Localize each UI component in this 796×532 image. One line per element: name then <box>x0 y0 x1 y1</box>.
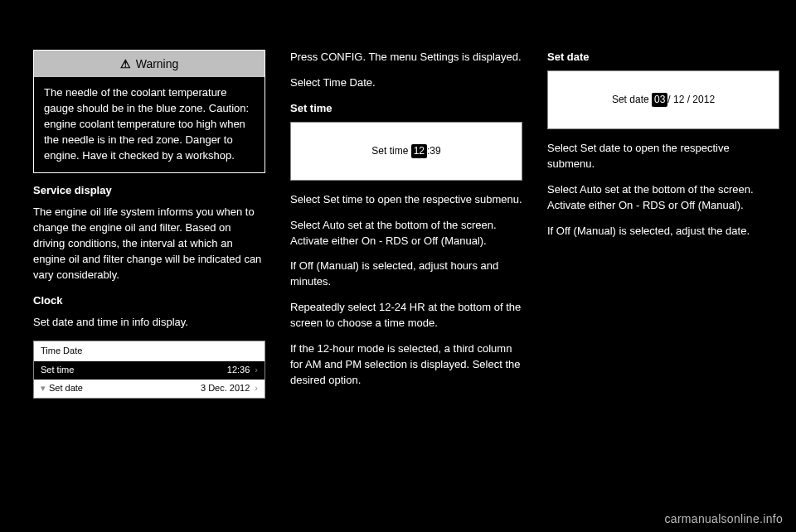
col2-p3: Select Set time to open the respective s… <box>290 192 522 208</box>
set-time-row[interactable]: Set time 12:36› <box>34 361 265 380</box>
warning-header: ⚠Warning <box>34 51 265 77</box>
caret-down-icon: ▾ <box>41 383 46 393</box>
set-time-label: Set time <box>41 364 74 377</box>
manual-page: ⚠Warning The needle of the coolant tempe… <box>0 0 796 532</box>
warning-body: The needle of the coolant temperature ga… <box>34 77 265 172</box>
service-display-text: The engine oil life system informs you w… <box>33 205 265 283</box>
set-date-screen: Set date 03/ 12 / 2012 <box>547 70 779 129</box>
col2-p1: Press CONFIG. The menu Settings is displ… <box>290 50 522 65</box>
col3-p3: If Off (Manual) is selected, adjust the … <box>547 224 779 239</box>
clock-heading: Clock <box>33 293 265 309</box>
chevron-right-icon: › <box>255 383 258 393</box>
set-date-screen-inner: Set date 03/ 12 / 2012 <box>548 71 779 128</box>
col2-p5: If Off (Manual) is selected, adjust hour… <box>290 259 522 290</box>
set-date-label: Set date <box>49 383 83 393</box>
time-date-menu-screen: Time Date Set time 12:36› ▾Set date 3 De… <box>33 341 265 399</box>
set-time-screen-inner: Set time 12:39 <box>291 123 522 180</box>
set-time-subheading: Set time <box>290 101 522 117</box>
set-date-row[interactable]: ▾Set date 3 Dec. 2012› <box>34 380 265 398</box>
time-date-title: Time Date <box>34 341 265 361</box>
chevron-right-icon: › <box>255 365 258 375</box>
col3-p1: Select Set date to open the respective s… <box>547 141 779 172</box>
column-3: Set date Set date 03/ 12 / 2012 Select S… <box>547 50 779 249</box>
set-time-value: 12:36 <box>227 365 250 375</box>
set-date-highlight: 03 <box>652 93 667 107</box>
clock-text: Set date and time in info display. <box>33 315 265 331</box>
col2-p4: Select Auto set at the bottom of the scr… <box>290 218 522 249</box>
col2-p2: Select Time Date. <box>290 75 522 91</box>
set-time-prefix: Set time <box>371 145 410 157</box>
set-date-value: 3 Dec. 2012 <box>201 383 250 393</box>
set-date-suffix: / 12 / 2012 <box>667 94 715 105</box>
column-2: Press CONFIG. The menu Settings is displ… <box>290 50 522 398</box>
set-time-highlight: 12 <box>411 144 427 158</box>
set-date-prefix: Set date <box>612 94 652 105</box>
service-display-heading: Service display <box>33 183 265 199</box>
set-time-suffix: :39 <box>427 145 441 157</box>
warning-title: Warning <box>136 57 179 70</box>
column-1: ⚠Warning The needle of the coolant tempe… <box>33 50 265 409</box>
col2-p7: If the 12-hour mode is selected, a third… <box>290 341 522 389</box>
warning-icon: ⚠ <box>120 56 131 72</box>
col3-p2: Select Auto set at the bottom of the scr… <box>547 182 779 214</box>
set-date-subheading: Set date <box>547 50 779 65</box>
warning-box: ⚠Warning The needle of the coolant tempe… <box>33 50 265 173</box>
set-time-screen: Set time 12:39 <box>290 122 522 181</box>
col2-p6: Repeatedly select 12-24 HR at the bottom… <box>290 300 522 331</box>
watermark: carmanualsonline.info <box>665 512 784 525</box>
